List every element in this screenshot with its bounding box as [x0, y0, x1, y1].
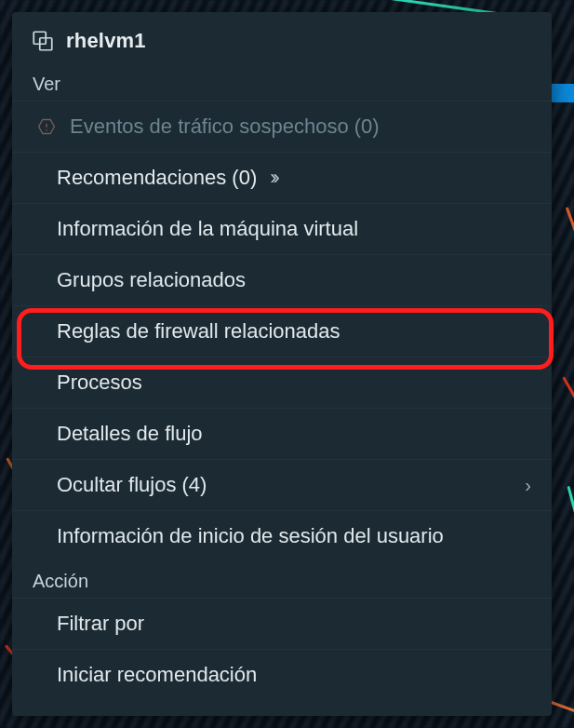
menu-item-label: Información de inicio de sesión del usua… [57, 524, 444, 548]
panel-title: rhelvm1 [66, 29, 146, 53]
vm-stack-icon [33, 31, 53, 51]
menu-item-label: Ocultar flujos (4) [57, 473, 207, 497]
menu-item-start-recommendation[interactable]: Iniciar recomendación [12, 649, 552, 700]
chevron-right-icon: › [525, 475, 531, 496]
menu-item-label: Procesos [57, 371, 142, 395]
menu-item-related-groups[interactable]: Grupos relacionados [12, 254, 552, 305]
menu-item-flow-details[interactable]: Detalles de flujo [12, 408, 552, 459]
menu-item-label: Detalles de flujo [57, 422, 203, 446]
section-label-ver: Ver [12, 66, 552, 101]
menu-item-label: Grupos relacionados [57, 268, 246, 292]
menu-item-label: Filtrar por [57, 612, 144, 636]
menu-item-hide-flows[interactable]: Ocultar flujos (4) › [12, 459, 552, 510]
menu-item-label: Eventos de tráfico sospechoso (0) [70, 115, 380, 139]
menu-item-suspicious-traffic[interactable]: Eventos de tráfico sospechoso (0) [12, 101, 552, 152]
menu-item-recommendations[interactable]: Recomendaciones (0) ›› [12, 152, 552, 203]
context-menu-panel: rhelvm1 Ver Eventos de tráfico sospechos… [12, 12, 552, 716]
alert-hex-icon [36, 116, 57, 137]
double-chevron-right-icon: ›› [270, 166, 276, 190]
menu-item-filter-by[interactable]: Filtrar por [12, 598, 552, 649]
menu-item-vm-info[interactable]: Información de la máquina virtual [12, 203, 552, 254]
menu-item-login-info[interactable]: Información de inicio de sesión del usua… [12, 510, 552, 561]
menu-item-label: Recomendaciones (0) [57, 166, 257, 190]
menu-item-label: Reglas de firewall relacionadas [57, 319, 340, 344]
menu-item-processes[interactable]: Procesos [12, 357, 552, 408]
menu-item-label: Iniciar recomendación [57, 663, 257, 687]
menu-item-label: Información de la máquina virtual [57, 217, 358, 241]
menu-item-firewall-rules[interactable]: Reglas de firewall relacionadas [12, 305, 552, 357]
section-label-accion: Acción [12, 561, 552, 598]
panel-header: rhelvm1 [12, 12, 552, 66]
svg-point-4 [46, 129, 47, 131]
